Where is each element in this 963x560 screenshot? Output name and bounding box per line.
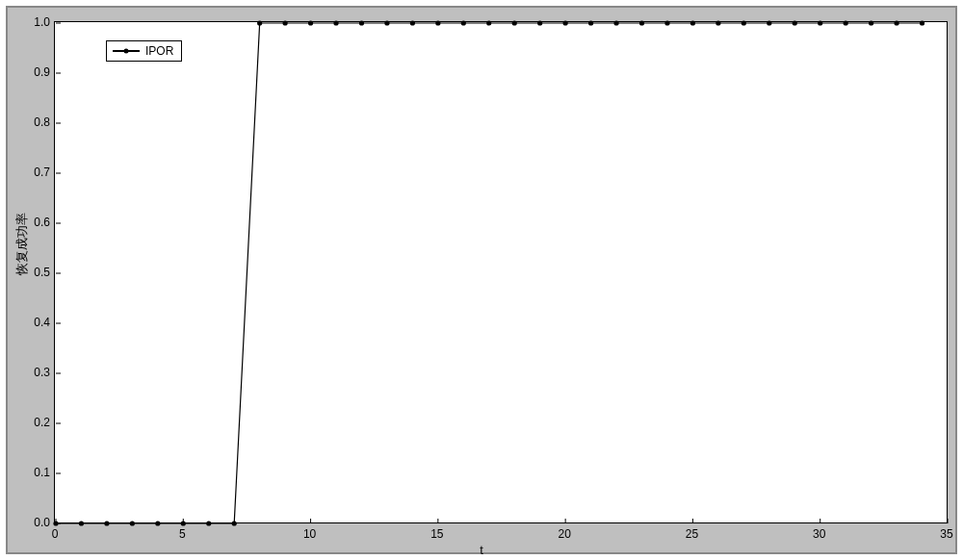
- x-tick-label: 25: [686, 527, 698, 541]
- y-axis-label: 恢复成功率: [13, 213, 31, 275]
- x-tick-label: 30: [813, 527, 825, 541]
- data-point: [613, 20, 618, 25]
- legend: IPOR: [106, 40, 182, 62]
- data-point: [563, 20, 568, 25]
- data-point: [104, 521, 109, 525]
- data-point: [869, 20, 873, 25]
- data-point: [767, 20, 771, 25]
- data-point: [512, 20, 517, 25]
- legend-label: IPOR: [145, 44, 173, 58]
- x-tick-label: 20: [558, 527, 570, 541]
- data-point: [537, 20, 542, 25]
- y-tick-label: 0.2: [27, 416, 50, 429]
- data-point: [588, 20, 593, 25]
- data-point: [206, 521, 211, 525]
- x-tick-label: 15: [430, 527, 443, 541]
- x-tick-label: 35: [940, 527, 952, 541]
- data-point: [920, 20, 924, 25]
- data-point: [639, 20, 644, 25]
- data-point: [664, 20, 669, 25]
- data-point: [486, 20, 491, 25]
- data-point: [333, 20, 338, 25]
- data-point: [844, 20, 848, 25]
- data-point: [155, 521, 160, 525]
- y-tick-label: 0.7: [27, 165, 50, 179]
- data-point: [716, 20, 720, 25]
- data-point: [435, 20, 440, 25]
- y-tick-label: 0.3: [27, 366, 50, 379]
- legend-marker: [113, 50, 140, 52]
- data-point: [257, 20, 262, 25]
- y-tick-label: 1.0: [27, 15, 50, 29]
- data-point: [461, 20, 466, 25]
- x-tick-label: 0: [52, 527, 59, 541]
- y-tick-label: 0.1: [27, 466, 50, 479]
- y-tick-label: 0.0: [27, 516, 50, 529]
- plot-area: IPOR: [54, 21, 948, 523]
- series-line: [56, 23, 923, 523]
- y-tick-label: 0.9: [27, 65, 50, 79]
- y-tick-label: 0.8: [27, 115, 50, 129]
- x-tick-label: 5: [179, 527, 186, 541]
- x-axis-label: t: [480, 543, 483, 557]
- data-point: [283, 20, 288, 25]
- data-point: [384, 20, 389, 25]
- x-tick-label: 10: [303, 527, 316, 541]
- data-point: [742, 20, 746, 25]
- data-point: [894, 20, 898, 25]
- line-chart-svg: [55, 22, 947, 522]
- data-point: [359, 20, 364, 25]
- data-point: [79, 521, 84, 525]
- data-point: [232, 521, 237, 525]
- data-point: [690, 20, 695, 25]
- y-tick-label: 0.4: [27, 316, 50, 329]
- figure-frame: IPOR 05101520253035 0.00.10.20.30.40.50.…: [6, 6, 957, 554]
- data-point: [793, 20, 797, 25]
- data-point: [410, 20, 415, 25]
- data-point: [308, 20, 313, 25]
- data-point: [818, 20, 822, 25]
- data-point: [130, 521, 135, 525]
